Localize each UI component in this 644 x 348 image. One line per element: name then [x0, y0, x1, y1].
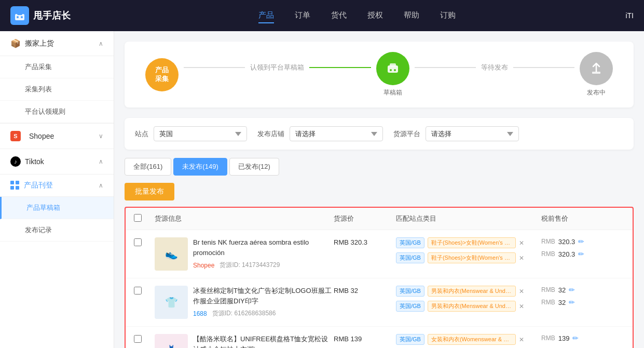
row1-meta: Shopee 货源ID: 14173443729 [193, 261, 334, 270]
row1-country2: 英国/GB [396, 252, 424, 263]
row1-price: RMB 320.3 [334, 237, 396, 246]
sidebar-section-move-upload[interactable]: 📦 搬家上货 ∧ [0, 31, 114, 56]
row3-price1: RMB 139 ✏ [541, 334, 624, 342]
nav-item-auth[interactable]: 授权 [367, 8, 383, 23]
row2-edit1[interactable]: ✏ [569, 286, 575, 294]
header-product-info: 货源信息 [155, 214, 334, 223]
sidebar-section-product-publish[interactable]: 产品刊登 ∧ [0, 175, 114, 197]
row2-checkbox[interactable] [134, 287, 142, 295]
row3-edit1[interactable]: ✏ [572, 334, 579, 342]
products-table: 货源信息 货源价 匹配站点类目 税前售价 👟 Br te [126, 208, 633, 348]
row1-edit2[interactable]: ✏ [578, 250, 584, 258]
row1-checkbox[interactable] [134, 238, 142, 246]
table-row: 👟 Br tenis NK fuerza aérea sombra estilo… [126, 230, 633, 278]
row3-thumb-img: 👗 [155, 334, 188, 348]
filter-bar: 站点 英国 发布店铺 请选择 货源平台 请选择 [125, 118, 634, 150]
row2-price1: RMB 32 ✏ [541, 286, 624, 294]
tab-unpublished[interactable]: 未发布(149) [173, 158, 227, 176]
sidebar-item-publish-records[interactable]: 发布记录 [0, 219, 114, 242]
tab-published[interactable]: 已发布(12) [229, 158, 279, 176]
row2-cat2-close[interactable]: ✕ [519, 303, 524, 310]
row3-sale-prices: RMB 139 ✏ RMB 139 ✏ [541, 334, 624, 348]
row1-cat1: 英国/GB 鞋子(Shoes)>女鞋(Women's Shoes... ✕ [396, 237, 541, 248]
row1-catname1: 鞋子(Shoes)>女鞋(Women's Shoes... [428, 237, 516, 248]
row2-catname1: 男装和内衣(Menswear & Underwe... [428, 286, 516, 297]
row3-checkbox[interactable] [134, 335, 142, 343]
nav-item-freight[interactable]: 货代 [331, 8, 347, 23]
row2-priceval2: 32 [558, 299, 566, 306]
main-content: 产品采集 认领到平台草稿箱 草稿箱 [114, 31, 644, 348]
box-icon: 📦 [10, 38, 21, 48]
select-all-checkbox[interactable] [134, 214, 142, 222]
header-category: 匹配站点类目 [396, 214, 541, 223]
sidebar-item-collect-list[interactable]: 采集列表 [0, 78, 114, 101]
row1-name: Br tenis NK fuerza aérea sombra estilo p… [193, 237, 334, 258]
sidebar-section-shopee-label: Shopee [29, 132, 54, 140]
nav-item-help[interactable]: 帮助 [404, 8, 419, 23]
row3-catname1: 女装和内衣(Womenswear & Unde... [428, 334, 516, 345]
step-text-claim: 认领到平台草稿箱 [250, 63, 304, 72]
row2-currency1: RMB [541, 286, 555, 293]
row1-source: Shopee [193, 262, 214, 269]
step-draft-circle [376, 52, 409, 85]
step-line-4 [513, 67, 574, 68]
row3-price: RMB 139 [334, 334, 396, 343]
filter-store-label: 发布店铺 [257, 129, 284, 139]
nav-item-order2[interactable]: 订购 [440, 8, 456, 23]
chevron-down-icon: ∨ [99, 132, 103, 140]
svg-point-2 [17, 16, 19, 18]
sidebar-item-product-collect[interactable]: 产品采集 [0, 56, 114, 78]
svg-rect-8 [592, 72, 600, 74]
filter-site-select[interactable]: 英国 [154, 126, 247, 141]
row2-catname2: 男装和内衣(Menswear & Underwe... [428, 301, 516, 312]
row2-thumb-img: 👕 [155, 286, 188, 319]
nav-items: 产品 订单 货代 授权 帮助 订购 [109, 8, 605, 23]
filter-store: 发布店铺 请选择 [257, 126, 383, 141]
row2-cat1-close[interactable]: ✕ [519, 288, 524, 295]
svg-rect-1 [17, 12, 22, 15]
row2-edit2[interactable]: ✏ [569, 298, 575, 306]
filter-store-select[interactable]: 请选择 [290, 126, 383, 141]
row1-edit1[interactable]: ✏ [578, 237, 584, 246]
sidebar-section-tiktok[interactable]: ♪ Tiktok ∧ [0, 149, 114, 175]
row1-thumb-img: 👟 [155, 237, 188, 271]
row2-thumb: 👕 [155, 286, 188, 319]
step-collect-circle: 产品采集 [145, 58, 179, 91]
nav-item-order[interactable]: 订单 [295, 8, 310, 23]
filter-source-label: 货源平台 [393, 129, 420, 139]
row3-cat1-close[interactable]: ✕ [519, 336, 524, 343]
row2-sale-prices: RMB 32 ✏ RMB 32 ✏ [541, 286, 624, 306]
filter-source: 货源平台 请选择 [393, 126, 519, 141]
step-line-3 [415, 67, 476, 68]
nav-item-product[interactable]: 产品 [258, 8, 274, 23]
row2-cat2: 英国/GB 男装和内衣(Menswear & Underwe... ✕ [396, 301, 541, 312]
step-line-1 [184, 67, 245, 68]
sidebar-section-shopee[interactable]: S Shopee ∨ [0, 123, 114, 149]
row2-meta: 1688 货源ID: 616268638586 [193, 309, 334, 318]
svg-rect-5 [390, 63, 396, 66]
header-sale-price: 税前售价 [541, 214, 624, 223]
step-draft-label: 草稿箱 [383, 88, 402, 97]
svg-point-7 [394, 69, 396, 71]
step-publishing-circle [580, 52, 613, 85]
row1-country1: 英国/GB [396, 237, 424, 248]
batch-publish-button[interactable]: 批量发布 [125, 183, 174, 200]
tabs-row: 全部(161) 未发布(149) 已发布(12) [125, 158, 634, 176]
logo-text: 甩手店长 [33, 9, 71, 22]
row3-details: 【酷洛米联名】UNIFREE棋盘格T恤女宽松设计感小众短袖上衣潮ins 天猫 货… [193, 334, 334, 348]
tiktok-icon: ♪ [10, 156, 21, 167]
sidebar-item-platform-rules[interactable]: 平台认领规则 [0, 101, 114, 123]
step-claim-label: 认领到平台草稿箱 [250, 63, 304, 72]
row2-currency2: RMB [541, 299, 555, 306]
row2-cat1: 英国/GB 男装和内衣(Menswear & Underwe... ✕ [396, 286, 541, 297]
row1-price2: RMB 320.3 ✏ [541, 250, 624, 258]
svg-rect-4 [388, 65, 398, 73]
row1-cat2-close[interactable]: ✕ [519, 255, 524, 262]
filter-source-select[interactable]: 请选择 [426, 126, 519, 141]
tab-all[interactable]: 全部(161) [125, 158, 171, 176]
filter-site: 站点 英国 [135, 126, 247, 141]
main-layout: 📦 搬家上货 ∧ 产品采集 采集列表 平台认领规则 S Shopee ∨ ♪ T… [0, 31, 644, 348]
sidebar-item-product-draft[interactable]: 产品草稿箱 [0, 197, 114, 219]
row1-cat1-close[interactable]: ✕ [519, 239, 524, 247]
row3-currency1: RMB [541, 334, 555, 342]
